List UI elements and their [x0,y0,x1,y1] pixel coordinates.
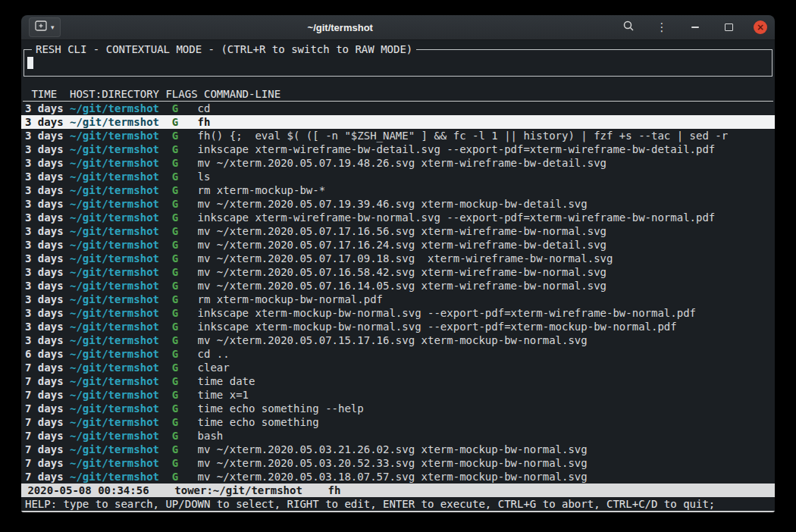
history-row[interactable]: 3 days ~/git/termshot G mv ~/xterm.2020.… [21,197,775,211]
flags-cell: G [172,224,198,238]
resh-search-input[interactable]: RESH CLI - CONTEXTUAL MODE - (CTRL+R to … [24,49,772,77]
flags-cell: G [172,293,198,306]
time-cell: 3 days [25,170,70,183]
flags-cell: G [172,197,198,211]
terminal-content: RESH CLI - CONTEXTUAL MODE - (CTRL+R to … [21,40,775,512]
history-row[interactable]: 3 days ~/git/termshot G mv ~/xterm.2020.… [21,279,775,293]
time-cell: 3 days [25,265,70,279]
command-cell: mv ~/xterm.2020.05.07.15.17.16.svg xterm… [198,333,775,347]
directory-cell: ~/git/termshot [70,279,172,293]
history-row[interactable]: 3 days ~/git/termshot G inkscape xterm-w… [21,211,775,224]
flags-cell: G [172,443,198,456]
directory-cell: ~/git/termshot [70,115,172,129]
directory-cell: ~/git/termshot [70,252,172,265]
history-row[interactable]: 3 days ~/git/termshot G mv ~/xterm.2020.… [21,265,775,279]
flags-cell: G [172,129,198,142]
history-row[interactable]: 3 days ~/git/termshot G mv ~/xterm.2020.… [21,252,775,265]
history-row[interactable]: 3 days ~/git/termshot G mv ~/xterm.2020.… [21,333,775,347]
help-bar: HELP: type to search, UP/DOWN to select,… [21,497,775,511]
terminal-window: ▾ ~/git/termshot ⋮ [21,15,775,512]
table-header: TIME HOST:DIRECTORY FLAGS COMMAND-LINE [23,87,773,102]
flags-cell: G [172,279,198,293]
command-cell: bash [198,429,775,443]
new-tab-button[interactable]: ▾ [29,17,61,37]
command-cell: rm xterm-mockup-bw-* [198,183,775,197]
titlebar[interactable]: ▾ ~/git/termshot ⋮ [21,15,775,40]
history-row[interactable]: 7 days ~/git/termshot G bash [21,429,775,443]
history-row[interactable]: 3 days ~/git/termshot G fh() {; eval $( … [21,129,775,142]
history-row[interactable]: 3 days ~/git/termshot G mv ~/xterm.2020.… [21,224,775,238]
history-row[interactable]: 7 days ~/git/termshot G clear [21,361,775,374]
history-row[interactable]: 7 days ~/git/termshot G time x=1 [21,388,775,402]
time-cell: 7 days [25,443,70,456]
history-row[interactable]: 7 days ~/git/termshot G mv ~/xterm.2020.… [21,456,775,470]
history-row[interactable]: 3 days ~/git/termshot G fh [21,115,775,129]
directory-cell: ~/git/termshot [70,415,172,429]
history-row[interactable]: 7 days ~/git/termshot G time echo someth… [21,402,775,415]
command-cell: mv ~/xterm.2020.05.07.17.09.18.svg xterm… [198,252,775,265]
history-row[interactable]: 7 days ~/git/termshot G mv ~/xterm.2020.… [21,443,775,456]
flags-cell: G [172,252,198,265]
history-row[interactable]: 3 days ~/git/termshot G ls [21,170,775,183]
history-row[interactable]: 7 days ~/git/termshot G mv ~/xterm.2020.… [21,470,775,483]
time-cell: 3 days [25,306,70,320]
time-cell: 7 days [25,388,70,402]
minimize-icon [691,27,699,28]
time-cell: 3 days [25,102,70,115]
restore-button[interactable] [720,19,737,36]
time-cell: 3 days [25,224,70,238]
command-cell: rm xterm-mockup-bw-normal.pdf [198,293,775,306]
directory-cell: ~/git/termshot [70,374,172,388]
command-cell: inkscape xterm-mockup-bw-normal.svg --ex… [198,306,775,320]
flags-cell: G [172,456,198,470]
flags-cell: G [172,170,198,183]
history-row[interactable]: 3 days ~/git/termshot G mv ~/xterm.2020.… [21,238,775,252]
history-row[interactable]: 7 days ~/git/termshot G time date [21,374,775,388]
time-cell: 7 days [25,402,70,415]
directory-cell: ~/git/termshot [70,333,172,347]
time-cell: 7 days [25,470,70,483]
directory-cell: ~/git/termshot [70,402,172,415]
flags-cell: G [172,238,198,252]
flags-cell: G [172,470,198,483]
history-row[interactable]: 3 days ~/git/termshot G inkscape xterm-w… [21,142,775,156]
command-cell: fh() {; eval $( ([ -n "$ZSH_NAME" ] && f… [198,129,775,142]
history-row[interactable]: 3 days ~/git/termshot G mv ~/xterm.2020.… [21,156,775,170]
window-bottom-edge [21,511,775,512]
menu-button[interactable]: ⋮ [653,19,670,36]
history-row[interactable]: 3 days ~/git/termshot G rm xterm-mockup-… [21,183,775,197]
history-row[interactable]: 6 days ~/git/termshot G cd .. [21,347,775,361]
flags-cell: G [172,306,198,320]
minimize-button[interactable] [687,19,704,36]
time-cell: 3 days [25,197,70,211]
directory-cell: ~/git/termshot [70,361,172,374]
history-row[interactable]: 3 days ~/git/termshot G inkscape xterm-m… [21,320,775,333]
history-row[interactable]: 3 days ~/git/termshot G inkscape xterm-m… [21,306,775,320]
time-cell: 3 days [25,333,70,347]
time-cell: 3 days [25,156,70,170]
directory-cell: ~/git/termshot [70,320,172,333]
command-cell: mv ~/xterm.2020.05.03.18.07.57.svg xterm… [198,470,775,483]
history-row[interactable]: 3 days ~/git/termshot G rm xterm-mockup-… [21,293,775,306]
directory-cell: ~/git/termshot [70,224,172,238]
directory-cell: ~/git/termshot [70,102,172,115]
time-cell: 3 days [25,293,70,306]
history-row[interactable]: 3 days ~/git/termshot G cd [21,102,775,115]
directory-cell: ~/git/termshot [70,306,172,320]
search-button[interactable] [620,19,637,36]
status-bar: 2020-05-08 00:34:56 tower:~/git/termshot… [21,483,775,497]
flags-cell: G [172,374,198,388]
history-row[interactable]: 7 days ~/git/termshot G time echo someth… [21,415,775,429]
flags-cell: G [172,115,198,129]
command-cell: inkscape xterm-wireframe-bw-normal.svg -… [198,211,775,224]
flags-cell: G [172,320,198,333]
command-cell: clear [198,361,775,374]
directory-cell: ~/git/termshot [70,388,172,402]
time-cell: 3 days [25,142,70,156]
search-icon [622,20,635,35]
directory-cell: ~/git/termshot [70,129,172,142]
flags-cell: G [172,429,198,443]
command-cell: inkscape xterm-mockup-bw-normal.svg --ex… [198,320,775,333]
directory-cell: ~/git/termshot [70,429,172,443]
close-button[interactable]: × [754,20,767,34]
